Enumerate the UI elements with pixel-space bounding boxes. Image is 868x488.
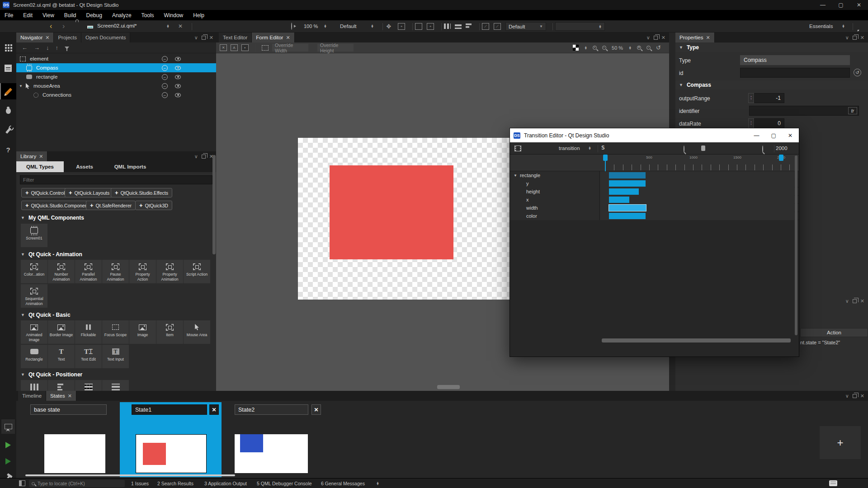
show-bounding-rects-icon[interactable] [262,45,269,51]
canvas-artboard[interactable] [298,138,509,300]
tab-states[interactable]: States✕ [46,391,76,401]
pane-qml-debugger-console[interactable]: 5 QML Debugger Console [257,481,312,486]
outline-square-icon[interactable] [415,23,422,30]
move-forward-icon[interactable]: → [34,44,40,51]
library-item-pause-animation[interactable]: Pause Animation [102,260,129,283]
library-item-text-input[interactable]: TText Input [102,345,129,368]
eye-icon[interactable] [175,84,181,88]
section-qt-quick-positioner[interactable]: ▼Qt Quick - Positioner [16,370,216,379]
menu-file[interactable]: File [5,12,13,19]
filter-icon[interactable] [65,47,69,49]
pane-issues[interactable]: 1 Issues [131,481,149,486]
import-button-qt-saferenderer[interactable]: +Qt.SafeRenderer [86,201,136,210]
tree-row-element[interactable]: element ← [16,54,216,63]
progress-details-icon[interactable] [829,480,837,486]
timeline-row-height[interactable]: height [510,188,799,196]
expander-icon[interactable]: ▼ [19,84,23,88]
canvas-hscrollbar[interactable] [437,385,460,389]
import-button-qtquick3d[interactable]: +QtQuick3D [135,201,172,210]
datarate-input[interactable]: 0 [754,118,784,128]
subtab-assets[interactable]: Assets [64,161,105,172]
keyframe-bar[interactable] [609,180,646,187]
toggle-left-sidebar-icon[interactable] [19,480,25,486]
pane-general-messages[interactable]: 6 General Messages [321,481,365,486]
close-icon[interactable]: ✕ [39,154,43,160]
transition-stepper[interactable]: ▲▼ [588,146,591,150]
transition-vscrollbar[interactable] [795,155,797,335]
library-item-property-action[interactable]: Property Action [129,260,156,283]
pen-disabled-icon[interactable]: ⟋ [482,23,489,30]
close-icon[interactable]: ✕ [45,35,49,41]
snap-objects-icon[interactable]: ▪ [241,44,249,51]
pane-search-results[interactable]: 2 Search Results [157,481,193,486]
tree-row-connections[interactable]: Connections ← [16,90,216,99]
tab-text-editor[interactable]: Text Editor [219,33,252,42]
close-icon[interactable]: ✕ [706,35,710,41]
rows-layout-icon[interactable] [455,23,462,29]
import-button-qtquick-layouts[interactable]: +QtQuick.Layouts [65,188,113,197]
minimize-button[interactable]: — [754,132,760,139]
zoom-out-icon[interactable]: − [602,46,606,50]
tab-open-documents[interactable]: Open Documents [81,33,131,42]
projects-mode-icon[interactable] [3,126,13,136]
transition-selector[interactable]: transition [559,145,580,151]
menu-window[interactable]: Window [164,12,184,19]
close-icon[interactable]: ✕ [68,393,72,399]
id-reset-icon[interactable]: ↺ [854,69,861,76]
library-item-row-positioner[interactable] [102,380,129,391]
close-button[interactable]: ✕ [788,132,793,139]
target-selector[interactable]: Default [340,23,356,29]
library-item-focus-scope[interactable]: Focus Scope [102,320,129,344]
keyframe-bar[interactable] [609,188,639,195]
identifier-input[interactable] [749,106,859,116]
menu-debug[interactable]: Debug [86,12,102,19]
debug-mode-icon[interactable] [3,106,13,116]
timeline-row-width[interactable]: width [510,204,799,212]
eye-icon[interactable] [175,75,181,79]
float-panel-icon[interactable] [853,394,857,398]
identifier-tr-button[interactable]: tr [848,107,857,114]
library-item-sequential-animation[interactable]: Sequential Animation [21,284,47,308]
zoom-out-icon[interactable] [684,145,684,153]
run-zoom-icon[interactable] [291,23,292,30]
empty-selector[interactable]: ▲▼ [555,22,605,31]
import-button-qtquick-controls[interactable]: +QtQuick.Controls [21,188,71,197]
section-type[interactable]: ▼Type [675,43,868,52]
override-height-field[interactable]: Override Height [317,44,354,52]
close-panel-icon[interactable]: ✕ [860,35,864,41]
library-item-text[interactable]: TText [48,345,75,368]
zoom-stepper[interactable]: ▲▼ [628,46,632,50]
export-icon[interactable]: ← [162,74,168,80]
playhead-end-marker[interactable] [779,155,783,161]
expander-icon[interactable]: ▼ [514,174,517,178]
library-item-script-action[interactable]: Script Action [184,260,210,283]
type-value-field[interactable]: Compass [740,55,850,65]
states-hscrollbar[interactable] [25,474,235,476]
section-my-qml-components[interactable]: ▼My QML Components [16,213,216,222]
chevron-down-icon[interactable]: ∨ [845,298,849,304]
import-button-qtquick-studio-components[interactable]: +QtQuick.Studio.Components [21,201,95,210]
keyframe-bar[interactable] [609,172,646,178]
library-scrollbar[interactable] [212,155,216,254]
easing-curve-icon[interactable]: S [601,144,605,151]
timeline-row-rectangle[interactable]: ▼rectangle [510,171,799,179]
library-item-image[interactable]: Image [129,320,156,344]
forward-button[interactable]: › [62,22,65,30]
outline-square-add-icon[interactable]: + [427,23,434,30]
float-panel-icon[interactable] [654,36,658,40]
library-item-item[interactable]: Item [156,320,183,344]
library-item-text-edit[interactable]: T⌶Text Edit [75,345,102,368]
playhead-start-marker[interactable] [603,155,608,161]
float-panel-icon[interactable] [202,36,206,40]
section-compass[interactable]: ▼Compass [675,80,868,89]
workspace-selector[interactable]: Essentials [809,23,833,29]
state2-name-input[interactable] [235,404,308,415]
library-filter-input[interactable] [20,175,212,184]
background-stepper[interactable]: ▲▼ [584,46,587,50]
move-tool-icon[interactable]: ✥ [385,23,392,30]
run-button[interactable] [3,440,13,450]
maximize-button[interactable]: ▢ [771,132,776,139]
subtab-qml-types[interactable]: QML Types [16,161,64,172]
export-icon[interactable]: ← [162,56,168,62]
edit-mode-icon[interactable] [3,63,13,73]
